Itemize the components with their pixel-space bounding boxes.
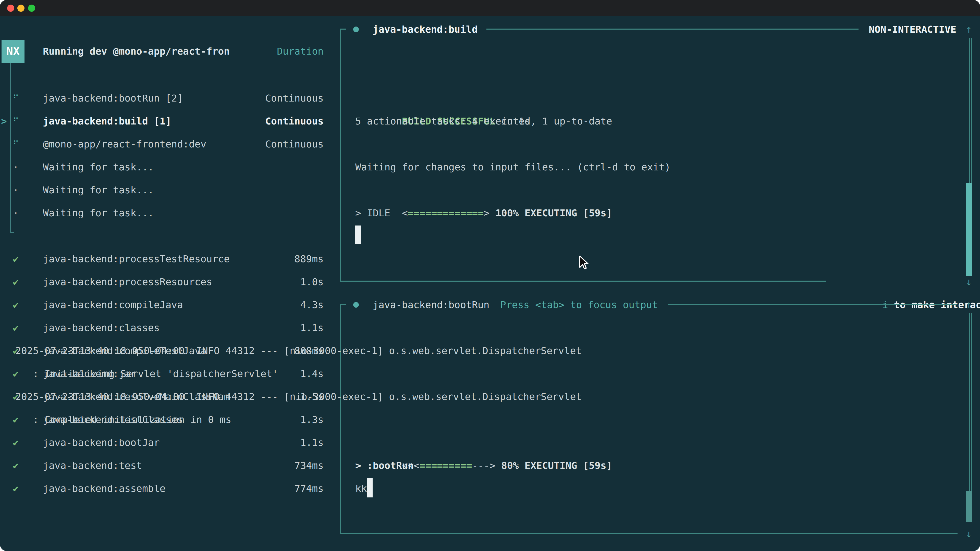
build-panel-dot-icon: [353, 27, 359, 32]
log-line: 2025-07-23T13:40:18.950-04:00 INFO 44312…: [0, 339, 980, 362]
bootrun-scroll-down-icon[interactable]: ↓: [962, 522, 976, 545]
task-label: @mono-app/react-frontend:dev: [43, 133, 207, 156]
build-panel-left-border: [340, 29, 341, 281]
task-duration: 889ms: [294, 248, 324, 270]
completed-task-row[interactable]: ✔ java-backend:bootJar 1.1s: [0, 431, 340, 454]
build-panel-corner-stub: [340, 29, 346, 30]
completed-task-row[interactable]: ✔ java-backend:classes 1.1s: [0, 316, 340, 339]
build-tasks-summary: 5 actionable tasks: 4 executed, 1 up-to-…: [355, 110, 612, 133]
waiting-task-row[interactable]: · Waiting for task...: [0, 156, 340, 179]
task-duration: 1.1s: [300, 316, 324, 339]
log-line: 2025-07-23T13:40:18.950-04:00 INFO 44312…: [0, 385, 980, 408]
task-label: java-backend:assemble: [43, 477, 165, 500]
task-duration: 774ms: [294, 477, 324, 500]
log-line: : Completed initialization in 0 ms: [0, 408, 980, 431]
build-panel-header-line: [487, 29, 859, 30]
waiting-task-row[interactable]: · Waiting for task...: [0, 202, 340, 224]
build-panel-mode-badge: NON-INTERACTIVE: [869, 18, 956, 41]
build-terminal-cursor: [355, 225, 361, 244]
progress-close-bracket: >: [484, 207, 490, 218]
log-text: 2025-07-23T13:40:18.950-04:00 INFO 44312…: [15, 385, 582, 408]
build-panel-bottom-border: [340, 281, 826, 282]
build-status-line: BUILD SUCCESSFUL in 1s: [355, 87, 530, 110]
task-duration: 1.0s: [300, 270, 324, 293]
bootrun-terminal-cursor: [367, 478, 372, 497]
completed-task-row[interactable]: ✔ java-backend:compileJava 4.3s: [0, 293, 340, 316]
spinner-icon: ⠋: [11, 87, 21, 110]
task-duration: 734ms: [294, 454, 324, 477]
completed-task-row[interactable]: ✔ java-backend:processTestResource 889ms: [0, 248, 340, 270]
task-duration: 4.3s: [300, 293, 324, 316]
running-task-row[interactable]: ⠋ java-backend:bootRun [2] Continuous: [0, 87, 340, 110]
bootrun-focus-hint: Press <tab> to focus output: [500, 293, 658, 316]
completed-task-row[interactable]: ✔ java-backend:test 734ms: [0, 454, 340, 477]
task-label: java-backend:processTestResource: [43, 248, 230, 270]
task-label: java-backend:processResources: [43, 270, 212, 293]
log-text: : Initializing Servlet 'dispatcherServle…: [15, 362, 278, 385]
task-label: java-backend:classes: [43, 316, 160, 339]
task-status: Continuous: [265, 110, 324, 133]
bootrun-prompt-line: > :bootRun: [355, 454, 414, 477]
spinner-icon: ⠋: [11, 110, 21, 133]
check-icon: ✔: [11, 477, 21, 500]
build-panel-title: java-backend:build: [372, 18, 478, 41]
check-icon: ✔: [11, 431, 21, 454]
task-status: Continuous: [265, 133, 324, 156]
task-status: Continuous: [265, 87, 324, 110]
build-scrollbar-thumb[interactable]: [966, 183, 972, 276]
running-task-row[interactable]: > ⠋ java-backend:build [1] Continuous: [0, 110, 340, 133]
run-header-title: Running dev @mono-app/react-fron: [43, 40, 230, 63]
progress-label: 100% EXECUTING [59s]: [490, 207, 612, 218]
completed-task-row[interactable]: ✔ java-backend:assemble 774ms: [0, 477, 340, 500]
check-icon: ✔: [11, 293, 21, 316]
bootrun-panel-title: java-backend:bootRun: [372, 293, 490, 316]
spinner-icon: ⠋: [11, 133, 21, 156]
bootrun-panel-corner-stub: [340, 304, 346, 305]
task-label: java-backend:build [1]: [43, 110, 171, 133]
bootrun-progress-bar: <<<=========---> 80% EXECUTING [59s]: [355, 431, 612, 454]
bootrun-scrollbar-thumb[interactable]: [966, 491, 972, 522]
build-scrollbar-track[interactable]: [969, 38, 972, 183]
running-task-row[interactable]: ⠋ @mono-app/react-frontend:dev Continuou…: [0, 133, 340, 156]
progress-open-bracket: <: [402, 207, 408, 218]
mouse-cursor: [578, 255, 589, 270]
bootrun-scrollbar-track[interactable]: [969, 313, 972, 491]
check-icon: ✔: [11, 454, 21, 477]
waiting-label: Waiting for task...: [43, 156, 154, 179]
progress-close-bracket: --->: [472, 460, 496, 471]
task-tree-rail-corner: [10, 232, 14, 233]
bullet-icon: ·: [11, 179, 21, 202]
check-icon: ✔: [11, 248, 21, 270]
bullet-icon: ·: [11, 156, 21, 179]
bullet-icon: ·: [11, 202, 21, 224]
bootrun-scroll-up-icon[interactable]: ↑: [962, 293, 976, 316]
bootrun-typed-text[interactable]: kk: [355, 477, 367, 500]
pager: ← 1/2 →: [10, 523, 98, 546]
check-icon: ✔: [11, 316, 21, 339]
build-idle-line: > IDLE: [355, 202, 390, 224]
build-waiting-line: Waiting for changes to input files... (c…: [355, 156, 670, 179]
bootrun-panel-dot-icon: [353, 302, 359, 308]
progress-label: 80% EXECUTING [59s]: [495, 460, 612, 471]
task-label: java-backend:compileJava: [43, 293, 183, 316]
build-progress-bar: <=============> 100% EXECUTING [59s]: [355, 179, 612, 202]
waiting-label: Waiting for task...: [43, 202, 154, 224]
build-scroll-up-icon[interactable]: ↑: [962, 18, 976, 41]
task-label: java-backend:test: [43, 454, 142, 477]
duration-column-header: Duration: [277, 40, 324, 63]
bootrun-panel-bottom-border: [340, 533, 958, 534]
interactive-hint: i to make interactive: [835, 270, 980, 293]
progress-fill: =========: [420, 460, 472, 471]
task-label: java-backend:bootJar: [43, 431, 160, 454]
terminal-app: NX Running dev @mono-app/react-fron Dura…: [0, 0, 980, 551]
task-duration: 1.1s: [300, 431, 324, 454]
log-line: : Initializing Servlet 'dispatcherServle…: [0, 362, 980, 385]
check-icon: ✔: [11, 270, 21, 293]
keyboard-hints: quit: q help: ?: [183, 523, 324, 546]
log-text: 2025-07-23T13:40:18.950-04:00 INFO 44312…: [15, 339, 582, 362]
bootrun-panel-header-line: [668, 304, 956, 305]
terminal-window: NX Running dev @mono-app/react-fron Dura…: [0, 0, 980, 551]
task-list-pane: NX Running dev @mono-app/react-fron Dura…: [0, 0, 340, 551]
waiting-task-row[interactable]: · Waiting for task...: [0, 179, 340, 202]
completed-task-row[interactable]: ✔ java-backend:processResources 1.0s: [0, 270, 340, 293]
